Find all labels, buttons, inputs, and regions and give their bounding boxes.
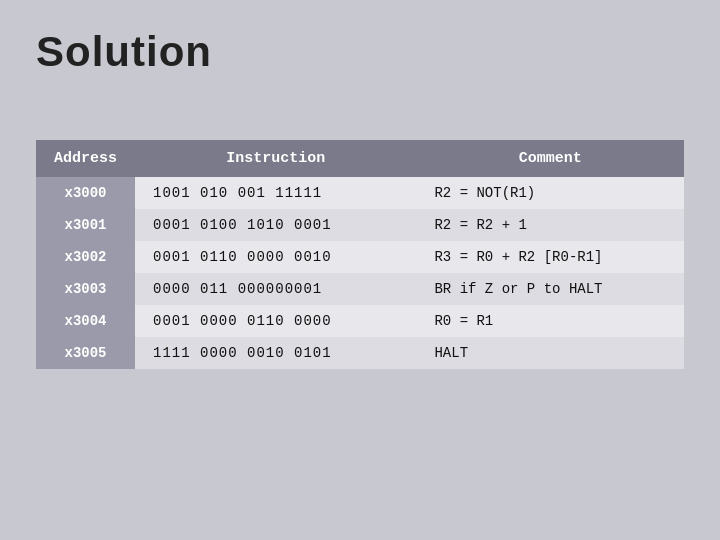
cell-instruction: 0001 0000 0110 0000	[135, 305, 416, 337]
cell-address: x3005	[36, 337, 135, 369]
solution-table: Address Instruction Comment x30001001 01…	[36, 140, 684, 369]
table-row: x30030000 011 000000001BR if Z or P to H…	[36, 273, 684, 305]
table-row: x30051111 0000 0010 0101HALT	[36, 337, 684, 369]
cell-address: x3003	[36, 273, 135, 305]
cell-comment: BR if Z or P to HALT	[416, 273, 684, 305]
table-container: Address Instruction Comment x30001001 01…	[36, 140, 684, 369]
cell-comment: R0 = R1	[416, 305, 684, 337]
header-address: Address	[36, 140, 135, 177]
cell-address: x3002	[36, 241, 135, 273]
table-row: x30010001 0100 1010 0001R2 = R2 + 1	[36, 209, 684, 241]
cell-instruction: 0001 0110 0000 0010	[135, 241, 416, 273]
cell-address: x3004	[36, 305, 135, 337]
cell-instruction: 1111 0000 0010 0101	[135, 337, 416, 369]
header-comment: Comment	[416, 140, 684, 177]
cell-comment: R2 = R2 + 1	[416, 209, 684, 241]
cell-instruction: 1001 010 001 11111	[135, 177, 416, 209]
table-row: x30040001 0000 0110 0000R0 = R1	[36, 305, 684, 337]
cell-comment: R3 = R0 + R2 [R0-R1]	[416, 241, 684, 273]
cell-address: x3001	[36, 209, 135, 241]
cell-address: x3000	[36, 177, 135, 209]
cell-comment: HALT	[416, 337, 684, 369]
table-row: x30020001 0110 0000 0010R3 = R0 + R2 [R0…	[36, 241, 684, 273]
header-instruction: Instruction	[135, 140, 416, 177]
table-header-row: Address Instruction Comment	[36, 140, 684, 177]
slide: Solution Address Instruction Comment x30…	[0, 0, 720, 540]
cell-instruction: 0000 011 000000001	[135, 273, 416, 305]
cell-instruction: 0001 0100 1010 0001	[135, 209, 416, 241]
cell-comment: R2 = NOT(R1)	[416, 177, 684, 209]
table-row: x30001001 010 001 11111R2 = NOT(R1)	[36, 177, 684, 209]
page-title: Solution	[36, 28, 212, 76]
